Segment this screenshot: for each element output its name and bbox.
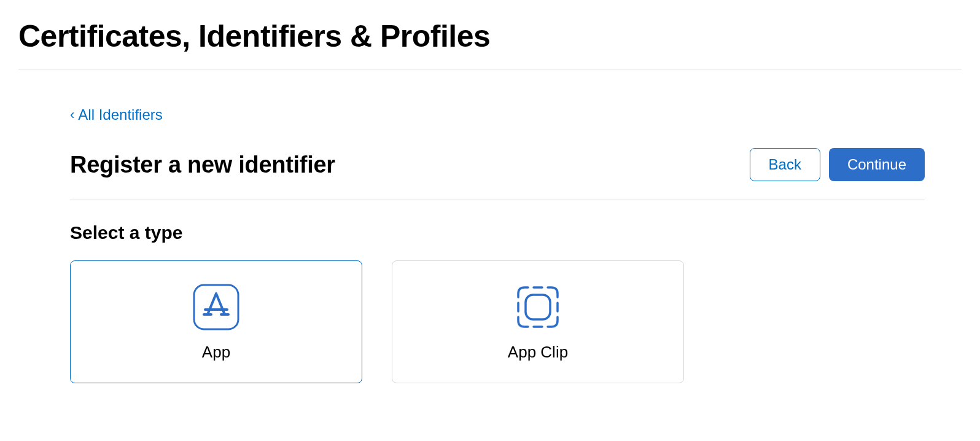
type-card-label: App — [202, 343, 230, 362]
section-title: Register a new identifier — [70, 152, 335, 178]
type-card-app-clip[interactable]: App Clip — [392, 260, 684, 383]
svg-rect-1 — [526, 295, 550, 319]
type-cards: App App Clip — [70, 260, 925, 383]
svg-rect-0 — [194, 285, 238, 329]
main-content: ‹ All Identifiers Register a new identif… — [18, 106, 962, 383]
type-card-label: App Clip — [508, 343, 568, 362]
button-group: Back Continue — [750, 148, 925, 181]
type-card-app[interactable]: App — [70, 260, 362, 383]
subsection-title: Select a type — [70, 222, 925, 243]
breadcrumb-all-identifiers[interactable]: ‹ All Identifiers — [70, 106, 163, 123]
page-title: Certificates, Identifiers & Profiles — [18, 18, 962, 69]
continue-button[interactable]: Continue — [829, 148, 925, 181]
breadcrumb-label: All Identifiers — [78, 106, 162, 123]
app-clip-icon — [513, 283, 562, 332]
chevron-left-icon: ‹ — [70, 108, 74, 122]
app-icon — [192, 283, 241, 332]
back-button[interactable]: Back — [750, 148, 820, 181]
section-header: Register a new identifier Back Continue — [70, 148, 925, 200]
